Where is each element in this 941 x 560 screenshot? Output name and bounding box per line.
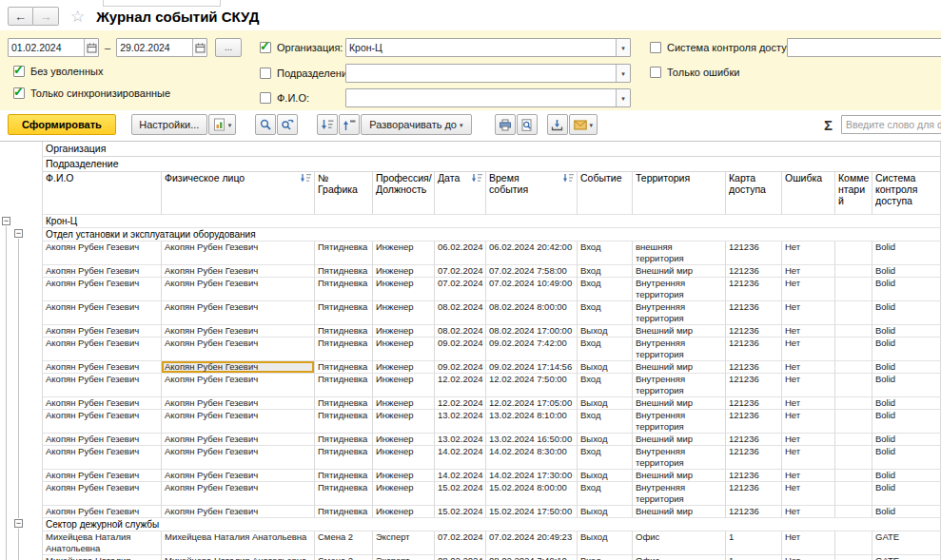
- chevron-down-icon[interactable]: ▾: [616, 89, 630, 106]
- table-cell[interactable]: Пятидневка: [315, 397, 373, 410]
- print-preview-button[interactable]: [517, 114, 538, 135]
- table-cell[interactable]: Bolid: [872, 410, 941, 434]
- table-cell[interactable]: Нет: [782, 531, 835, 555]
- back-button[interactable]: ←: [8, 7, 33, 26]
- collapse-org-icon[interactable]: −: [2, 217, 10, 225]
- table-cell[interactable]: Инженер: [373, 278, 435, 301]
- table-cell[interactable]: Акопян Рубен Гезевич: [162, 482, 315, 506]
- organization-input[interactable]: Крон-Ц ▾: [345, 38, 631, 57]
- table-cell[interactable]: Нет: [782, 470, 835, 482]
- table-cell[interactable]: 121236: [726, 434, 782, 446]
- table-cell[interactable]: Bolid: [872, 446, 941, 470]
- table-cell[interactable]: Bolid: [872, 338, 941, 361]
- without-fired-checkbox[interactable]: ✓: [13, 66, 25, 77]
- dept-group-name[interactable]: Отдел установки и эксплуатации оборудова…: [43, 228, 941, 241]
- table-cell[interactable]: [835, 374, 872, 397]
- table-cell[interactable]: Акопян Рубен Гезевич: [43, 325, 162, 338]
- table-cell[interactable]: Внутренняя территория: [633, 374, 726, 397]
- table-cell[interactable]: Нет: [782, 482, 835, 506]
- table-cell[interactable]: Пятидневка: [315, 241, 373, 265]
- table-cell[interactable]: Внешний мир: [633, 397, 726, 410]
- table-cell[interactable]: 121236: [726, 278, 782, 301]
- table-cell[interactable]: Пятидневка: [315, 278, 373, 301]
- table-cell[interactable]: Пятидневка: [315, 338, 373, 361]
- table-cell[interactable]: [835, 361, 872, 374]
- table-cell[interactable]: Внутренняя территория: [633, 446, 726, 470]
- table-cell[interactable]: Bolid: [872, 397, 941, 410]
- table-cell[interactable]: Акопян Рубен Гезевич: [43, 482, 162, 506]
- table-cell[interactable]: 08.02.2024: [435, 555, 486, 560]
- table-cell[interactable]: Вход: [578, 482, 633, 506]
- table-cell[interactable]: Bolid: [872, 374, 941, 397]
- expand-to-button[interactable]: Разворачивать до ▾: [361, 114, 471, 135]
- sort-descending-icon[interactable]: [562, 173, 575, 183]
- table-cell[interactable]: Акопян Рубен Гезевич: [43, 446, 162, 470]
- table-cell[interactable]: [835, 265, 872, 278]
- table-cell[interactable]: Акопян Рубен Гезевич: [162, 434, 315, 446]
- settings-button[interactable]: Настройки...: [131, 114, 207, 135]
- table-cell[interactable]: Bolid: [872, 241, 941, 265]
- table-cell[interactable]: Акопян Рубен Гезевич: [162, 410, 315, 434]
- table-cell[interactable]: Нет: [782, 265, 835, 278]
- table-cell[interactable]: 121236: [726, 374, 782, 397]
- table-cell[interactable]: [835, 325, 872, 338]
- print-button[interactable]: [495, 114, 516, 135]
- table-cell[interactable]: 07.02.2024: [435, 265, 486, 278]
- table-cell[interactable]: Михейцева Наталия Анатольевна: [43, 555, 162, 560]
- table-cell[interactable]: Акопян Рубен Гезевич: [43, 506, 162, 518]
- table-cell[interactable]: [835, 434, 872, 446]
- table-cell[interactable]: Акопян Рубен Гезевич: [43, 361, 162, 374]
- organization-checkbox[interactable]: ✓: [260, 42, 271, 53]
- table-cell[interactable]: Эксперт: [373, 531, 435, 555]
- table-cell[interactable]: 121236: [726, 301, 782, 325]
- table-cell[interactable]: 08.02.2024: [435, 301, 486, 325]
- table-cell[interactable]: 13.02.2024 16:50:00: [486, 434, 578, 446]
- table-cell[interactable]: 121236: [726, 325, 782, 338]
- table-cell[interactable]: Вход: [578, 374, 633, 397]
- table-cell[interactable]: Акопян Рубен Гезевич: [43, 470, 162, 482]
- table-cell[interactable]: 09.02.2024: [435, 361, 486, 374]
- table-cell[interactable]: Акопян Рубен Гезевич: [43, 241, 162, 265]
- table-cell[interactable]: 07.02.2024 10:49:00: [486, 278, 578, 301]
- search-next-button[interactable]: [277, 114, 298, 135]
- table-cell[interactable]: Внутренняя территория: [633, 482, 726, 506]
- table-cell[interactable]: Михейцева Наталия Анатольевна: [162, 531, 315, 555]
- table-cell[interactable]: [835, 446, 872, 470]
- generate-button[interactable]: Сформировать: [8, 114, 116, 135]
- fio-input[interactable]: ▾: [345, 88, 631, 107]
- calendar-icon[interactable]: [84, 39, 98, 56]
- date-from-input[interactable]: 01.02.2024: [8, 38, 99, 57]
- table-cell[interactable]: Bolid: [872, 482, 941, 506]
- table-cell[interactable]: Инженер: [373, 265, 435, 278]
- table-cell[interactable]: 1: [726, 555, 782, 560]
- table-cell[interactable]: Вход: [578, 446, 633, 470]
- table-cell[interactable]: GATE: [872, 555, 941, 560]
- chevron-down-icon[interactable]: ▾: [616, 65, 630, 82]
- table-cell[interactable]: Пятидневка: [315, 301, 373, 325]
- table-cell[interactable]: Смена 2: [315, 531, 373, 555]
- department-checkbox[interactable]: ✓: [260, 68, 271, 79]
- table-cell[interactable]: 121236: [726, 410, 782, 434]
- send-email-button[interactable]: ▾: [569, 114, 598, 135]
- table-cell[interactable]: Офис: [633, 531, 726, 555]
- band-organization[interactable]: Организация: [43, 142, 941, 157]
- table-cell[interactable]: Инженер: [373, 446, 435, 470]
- table-cell[interactable]: Эксперт: [373, 555, 435, 560]
- table-cell[interactable]: 15.02.2024 8:00:00: [486, 482, 578, 506]
- table-cell[interactable]: 12.02.2024 17:05:00: [486, 397, 578, 410]
- table-cell[interactable]: Инженер: [373, 482, 435, 506]
- table-cell[interactable]: Bolid: [872, 325, 941, 338]
- table-cell[interactable]: Акопян Рубен Гезевич: [162, 506, 315, 518]
- table-cell[interactable]: Акопян Рубен Гезевич: [162, 325, 315, 338]
- table-cell[interactable]: Bolid: [872, 301, 941, 325]
- forward-button[interactable]: →: [33, 7, 59, 26]
- table-cell[interactable]: Михейцева Наталия Анатольевна: [43, 531, 162, 555]
- period-more-button[interactable]: ...: [215, 38, 242, 57]
- table-cell[interactable]: 07.02.2024 20:49:23: [486, 531, 578, 555]
- only-errors-checkbox[interactable]: ✓: [650, 67, 661, 78]
- table-cell[interactable]: Инженер: [373, 410, 435, 434]
- collapse-dept-icon[interactable]: −: [14, 229, 23, 238]
- column-header[interactable]: Дата: [435, 172, 486, 215]
- table-cell[interactable]: Пятидневка: [315, 410, 373, 434]
- collapse-dept-icon[interactable]: −: [14, 519, 23, 528]
